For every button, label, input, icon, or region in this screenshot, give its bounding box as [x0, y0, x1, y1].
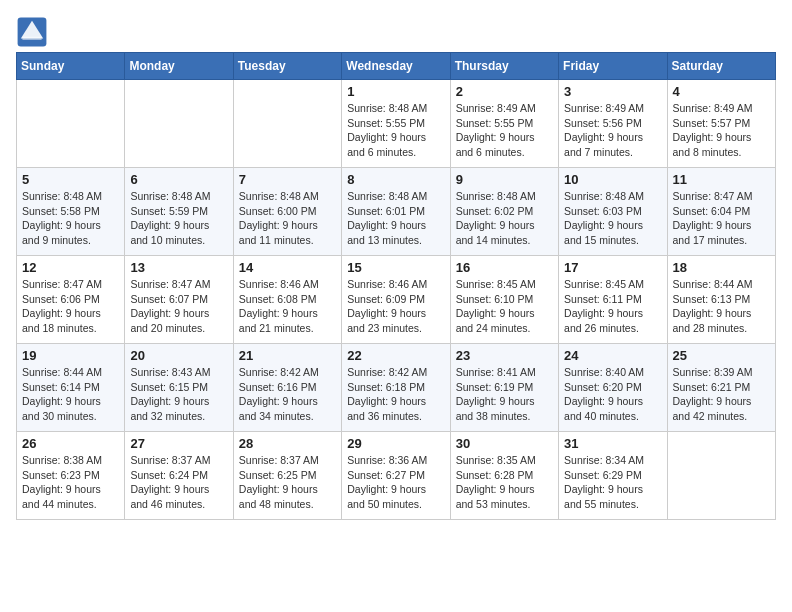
calendar-cell — [233, 80, 341, 168]
day-info: Sunrise: 8:44 AM Sunset: 6:13 PM Dayligh… — [673, 277, 770, 336]
calendar-cell: 22Sunrise: 8:42 AM Sunset: 6:18 PM Dayli… — [342, 344, 450, 432]
week-row-5: 26Sunrise: 8:38 AM Sunset: 6:23 PM Dayli… — [17, 432, 776, 520]
day-number: 19 — [22, 348, 119, 363]
day-info: Sunrise: 8:41 AM Sunset: 6:19 PM Dayligh… — [456, 365, 553, 424]
weekday-header-friday: Friday — [559, 53, 667, 80]
day-info: Sunrise: 8:47 AM Sunset: 6:07 PM Dayligh… — [130, 277, 227, 336]
calendar-cell: 26Sunrise: 8:38 AM Sunset: 6:23 PM Dayli… — [17, 432, 125, 520]
calendar-cell: 13Sunrise: 8:47 AM Sunset: 6:07 PM Dayli… — [125, 256, 233, 344]
day-info: Sunrise: 8:49 AM Sunset: 5:56 PM Dayligh… — [564, 101, 661, 160]
day-info: Sunrise: 8:35 AM Sunset: 6:28 PM Dayligh… — [456, 453, 553, 512]
calendar-cell: 16Sunrise: 8:45 AM Sunset: 6:10 PM Dayli… — [450, 256, 558, 344]
calendar-header: SundayMondayTuesdayWednesdayThursdayFrid… — [17, 53, 776, 80]
calendar-cell: 25Sunrise: 8:39 AM Sunset: 6:21 PM Dayli… — [667, 344, 775, 432]
week-row-4: 19Sunrise: 8:44 AM Sunset: 6:14 PM Dayli… — [17, 344, 776, 432]
calendar-cell: 2Sunrise: 8:49 AM Sunset: 5:55 PM Daylig… — [450, 80, 558, 168]
day-number: 3 — [564, 84, 661, 99]
day-number: 26 — [22, 436, 119, 451]
day-info: Sunrise: 8:48 AM Sunset: 6:00 PM Dayligh… — [239, 189, 336, 248]
calendar-cell: 9Sunrise: 8:48 AM Sunset: 6:02 PM Daylig… — [450, 168, 558, 256]
day-number: 22 — [347, 348, 444, 363]
logo — [16, 16, 52, 48]
day-info: Sunrise: 8:48 AM Sunset: 6:02 PM Dayligh… — [456, 189, 553, 248]
day-info: Sunrise: 8:48 AM Sunset: 6:03 PM Dayligh… — [564, 189, 661, 248]
calendar-cell: 30Sunrise: 8:35 AM Sunset: 6:28 PM Dayli… — [450, 432, 558, 520]
day-number: 15 — [347, 260, 444, 275]
day-info: Sunrise: 8:42 AM Sunset: 6:16 PM Dayligh… — [239, 365, 336, 424]
day-info: Sunrise: 8:37 AM Sunset: 6:25 PM Dayligh… — [239, 453, 336, 512]
calendar-cell — [125, 80, 233, 168]
week-row-1: 1Sunrise: 8:48 AM Sunset: 5:55 PM Daylig… — [17, 80, 776, 168]
day-info: Sunrise: 8:48 AM Sunset: 6:01 PM Dayligh… — [347, 189, 444, 248]
calendar-cell: 28Sunrise: 8:37 AM Sunset: 6:25 PM Dayli… — [233, 432, 341, 520]
weekday-header-monday: Monday — [125, 53, 233, 80]
day-number: 12 — [22, 260, 119, 275]
day-number: 13 — [130, 260, 227, 275]
day-number: 17 — [564, 260, 661, 275]
calendar-cell: 7Sunrise: 8:48 AM Sunset: 6:00 PM Daylig… — [233, 168, 341, 256]
day-number: 30 — [456, 436, 553, 451]
day-number: 24 — [564, 348, 661, 363]
calendar-cell: 21Sunrise: 8:42 AM Sunset: 6:16 PM Dayli… — [233, 344, 341, 432]
day-info: Sunrise: 8:48 AM Sunset: 5:59 PM Dayligh… — [130, 189, 227, 248]
calendar-cell: 15Sunrise: 8:46 AM Sunset: 6:09 PM Dayli… — [342, 256, 450, 344]
day-info: Sunrise: 8:47 AM Sunset: 6:04 PM Dayligh… — [673, 189, 770, 248]
day-number: 11 — [673, 172, 770, 187]
day-info: Sunrise: 8:48 AM Sunset: 5:58 PM Dayligh… — [22, 189, 119, 248]
calendar-cell: 5Sunrise: 8:48 AM Sunset: 5:58 PM Daylig… — [17, 168, 125, 256]
day-info: Sunrise: 8:48 AM Sunset: 5:55 PM Dayligh… — [347, 101, 444, 160]
day-info: Sunrise: 8:34 AM Sunset: 6:29 PM Dayligh… — [564, 453, 661, 512]
day-number: 25 — [673, 348, 770, 363]
calendar-cell: 14Sunrise: 8:46 AM Sunset: 6:08 PM Dayli… — [233, 256, 341, 344]
calendar-cell: 19Sunrise: 8:44 AM Sunset: 6:14 PM Dayli… — [17, 344, 125, 432]
day-number: 23 — [456, 348, 553, 363]
day-info: Sunrise: 8:40 AM Sunset: 6:20 PM Dayligh… — [564, 365, 661, 424]
logo-icon — [16, 16, 48, 48]
calendar-cell: 1Sunrise: 8:48 AM Sunset: 5:55 PM Daylig… — [342, 80, 450, 168]
day-number: 6 — [130, 172, 227, 187]
day-number: 10 — [564, 172, 661, 187]
calendar-cell: 12Sunrise: 8:47 AM Sunset: 6:06 PM Dayli… — [17, 256, 125, 344]
weekday-header-sunday: Sunday — [17, 53, 125, 80]
day-info: Sunrise: 8:47 AM Sunset: 6:06 PM Dayligh… — [22, 277, 119, 336]
weekday-header-row: SundayMondayTuesdayWednesdayThursdayFrid… — [17, 53, 776, 80]
calendar-cell: 4Sunrise: 8:49 AM Sunset: 5:57 PM Daylig… — [667, 80, 775, 168]
calendar-cell: 10Sunrise: 8:48 AM Sunset: 6:03 PM Dayli… — [559, 168, 667, 256]
calendar-cell: 11Sunrise: 8:47 AM Sunset: 6:04 PM Dayli… — [667, 168, 775, 256]
day-info: Sunrise: 8:36 AM Sunset: 6:27 PM Dayligh… — [347, 453, 444, 512]
day-number: 27 — [130, 436, 227, 451]
weekday-header-wednesday: Wednesday — [342, 53, 450, 80]
day-info: Sunrise: 8:49 AM Sunset: 5:55 PM Dayligh… — [456, 101, 553, 160]
day-number: 29 — [347, 436, 444, 451]
day-number: 20 — [130, 348, 227, 363]
day-info: Sunrise: 8:37 AM Sunset: 6:24 PM Dayligh… — [130, 453, 227, 512]
calendar-cell: 24Sunrise: 8:40 AM Sunset: 6:20 PM Dayli… — [559, 344, 667, 432]
day-info: Sunrise: 8:46 AM Sunset: 6:09 PM Dayligh… — [347, 277, 444, 336]
day-number: 8 — [347, 172, 444, 187]
day-info: Sunrise: 8:42 AM Sunset: 6:18 PM Dayligh… — [347, 365, 444, 424]
day-number: 4 — [673, 84, 770, 99]
calendar-cell: 29Sunrise: 8:36 AM Sunset: 6:27 PM Dayli… — [342, 432, 450, 520]
day-info: Sunrise: 8:39 AM Sunset: 6:21 PM Dayligh… — [673, 365, 770, 424]
calendar-cell: 3Sunrise: 8:49 AM Sunset: 5:56 PM Daylig… — [559, 80, 667, 168]
day-info: Sunrise: 8:49 AM Sunset: 5:57 PM Dayligh… — [673, 101, 770, 160]
weekday-header-tuesday: Tuesday — [233, 53, 341, 80]
day-number: 1 — [347, 84, 444, 99]
day-number: 14 — [239, 260, 336, 275]
day-number: 16 — [456, 260, 553, 275]
calendar-cell: 31Sunrise: 8:34 AM Sunset: 6:29 PM Dayli… — [559, 432, 667, 520]
calendar-cell: 8Sunrise: 8:48 AM Sunset: 6:01 PM Daylig… — [342, 168, 450, 256]
calendar-cell: 18Sunrise: 8:44 AM Sunset: 6:13 PM Dayli… — [667, 256, 775, 344]
calendar-cell — [667, 432, 775, 520]
calendar-cell: 23Sunrise: 8:41 AM Sunset: 6:19 PM Dayli… — [450, 344, 558, 432]
day-number: 9 — [456, 172, 553, 187]
calendar-body: 1Sunrise: 8:48 AM Sunset: 5:55 PM Daylig… — [17, 80, 776, 520]
day-number: 7 — [239, 172, 336, 187]
calendar-cell: 27Sunrise: 8:37 AM Sunset: 6:24 PM Dayli… — [125, 432, 233, 520]
weekday-header-thursday: Thursday — [450, 53, 558, 80]
day-info: Sunrise: 8:43 AM Sunset: 6:15 PM Dayligh… — [130, 365, 227, 424]
week-row-2: 5Sunrise: 8:48 AM Sunset: 5:58 PM Daylig… — [17, 168, 776, 256]
week-row-3: 12Sunrise: 8:47 AM Sunset: 6:06 PM Dayli… — [17, 256, 776, 344]
day-number: 5 — [22, 172, 119, 187]
day-number: 2 — [456, 84, 553, 99]
